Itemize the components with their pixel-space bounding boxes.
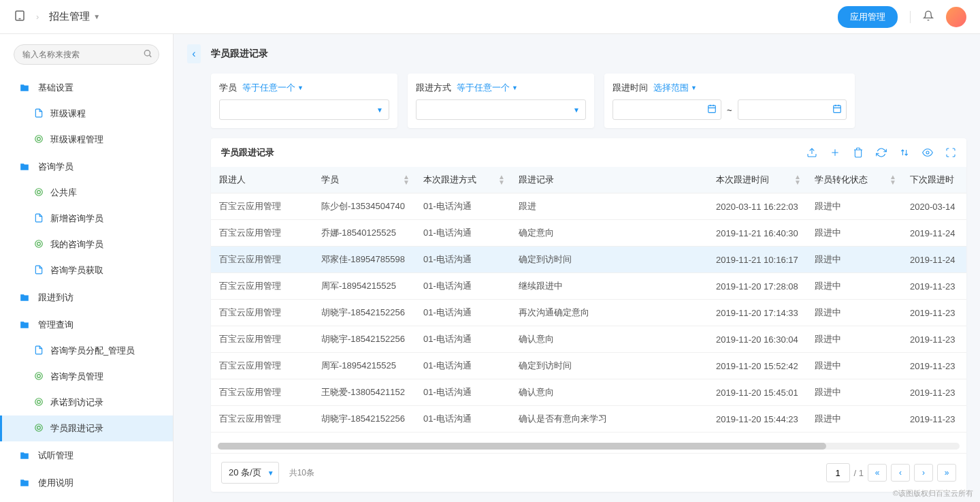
col-status[interactable]: 学员转化状态▲▼ xyxy=(806,167,902,193)
table-row[interactable]: 百宝云应用管理胡晓宇-1854215225601-电话沟通确认意向2019-11… xyxy=(211,326,966,353)
plus-icon[interactable] xyxy=(830,147,840,158)
prev-page-button[interactable]: ‹ xyxy=(891,464,910,482)
table-row[interactable]: 百宝云应用管理周军-1895421552501-电话沟通继续跟进中2019-11… xyxy=(211,273,966,300)
col-method[interactable]: 本次跟进方式▲▼ xyxy=(415,167,510,193)
filter-operator[interactable]: 等于任意一个▼ xyxy=(457,82,518,94)
col-follower[interactable]: 跟进人 xyxy=(211,167,313,193)
eye-icon[interactable] xyxy=(922,147,933,158)
table-row[interactable]: 百宝云应用管理乔娜-1854012552501-电话沟通确定意向2019-11-… xyxy=(211,220,966,247)
search-icon[interactable] xyxy=(143,49,152,61)
last-page-button[interactable]: » xyxy=(937,464,956,482)
target-icon xyxy=(34,397,44,409)
nav-folder-followup[interactable]: 跟进到访 xyxy=(0,285,173,311)
col-student[interactable]: 学员▲▼ xyxy=(313,167,415,193)
fullscreen-icon[interactable] xyxy=(945,147,956,158)
sort-icon[interactable] xyxy=(899,147,910,158)
table-cell: 2019-11-21 16:40:30 xyxy=(708,220,806,247)
svg-point-11 xyxy=(37,374,41,377)
filter-method-input[interactable]: ▼ xyxy=(416,99,586,120)
table-cell: 继续跟进中 xyxy=(510,273,708,300)
table-cell: 跟进中 xyxy=(806,300,902,326)
svg-line-3 xyxy=(150,55,152,57)
table-cell: 跟进中 xyxy=(806,379,902,406)
next-page-button[interactable]: › xyxy=(914,464,933,482)
table-cell: 百宝云应用管理 xyxy=(211,433,313,440)
table-cell: 确认是否有意向来学习 xyxy=(510,406,708,433)
export-icon[interactable] xyxy=(806,147,817,158)
svg-point-6 xyxy=(35,188,43,195)
col-time[interactable]: 本次跟进时间▲▼ xyxy=(708,167,806,193)
nav-folder-trial[interactable]: 试听管理 xyxy=(0,443,173,469)
nav-folder-consult[interactable]: 咨询学员 xyxy=(0,154,173,180)
search-input[interactable] xyxy=(14,44,159,65)
nav-folder-query[interactable]: 管理查询 xyxy=(0,312,173,338)
trash-icon[interactable] xyxy=(853,147,864,158)
page-input[interactable] xyxy=(826,463,850,482)
table-cell: 跟进 xyxy=(510,193,708,220)
nav-item-assign-admin[interactable]: 咨询学员分配_管理员 xyxy=(0,338,173,364)
filter-time: 跟进时间选择范围▼ ~ xyxy=(604,74,855,128)
filter-operator[interactable]: 等于任意一个▼ xyxy=(242,82,304,94)
table-row[interactable]: 百宝云应用管理张喜爱-1520451225201-电话沟通确定到访试听时间201… xyxy=(211,433,966,440)
table-row[interactable]: 百宝云应用管理陈少创-1353450474001-电话沟通跟进2020-03-1… xyxy=(211,193,966,220)
filter-date-from[interactable] xyxy=(612,99,721,120)
app-manage-button[interactable]: 应用管理 xyxy=(838,6,898,28)
tilde: ~ xyxy=(727,105,732,115)
tablet-icon[interactable] xyxy=(14,10,26,24)
nav-item-acquire-student[interactable]: 咨询学员获取 xyxy=(0,257,173,283)
sort-icon: ▲▼ xyxy=(403,174,410,185)
caret-down-icon: ▼ xyxy=(267,469,274,477)
horizontal-scrollbar[interactable] xyxy=(218,443,960,450)
table-cell: 确定到访时间 xyxy=(510,247,708,273)
table-cell: 2019-11-24 xyxy=(902,247,966,273)
svg-rect-20 xyxy=(833,106,840,113)
nav-folder-basic[interactable]: 基础设置 xyxy=(0,75,173,101)
nav-folder-usage[interactable]: 使用说明 xyxy=(0,470,173,496)
table-cell: 百宝云应用管理 xyxy=(211,193,313,220)
nav-item-public-pool[interactable]: 公共库 xyxy=(0,180,173,206)
nav-item-add-student[interactable]: 新增咨询学员 xyxy=(0,206,173,232)
table-cell: 01-电话沟通 xyxy=(415,379,510,406)
back-button[interactable]: ‹ xyxy=(187,44,201,63)
table-row[interactable]: 百宝云应用管理周军-1895421552501-电话沟通确定到访时间2019-1… xyxy=(211,353,966,379)
filters: 学员等于任意一个▼ ▼ 跟进方式等于任意一个▼ ▼ 跟进时间选择范围▼ ~ xyxy=(174,74,980,138)
table-row[interactable]: 百宝云应用管理邓家佳-1895478559801-电话沟通确定到访时间2019-… xyxy=(211,247,966,273)
filter-student-input[interactable]: ▼ xyxy=(219,99,389,120)
table-cell: 2020-03-11 16:22:03 xyxy=(708,193,806,220)
scrollbar-thumb[interactable] xyxy=(218,443,826,450)
caret-down-icon: ▼ xyxy=(93,13,100,20)
nav-item-visit-record[interactable]: 承诺到访记录 xyxy=(0,390,173,415)
table-row[interactable]: 百宝云应用管理王晓爱-1380542115201-电话沟通确认意向2019-11… xyxy=(211,379,966,406)
table-cell: 2019-11-23 xyxy=(902,433,966,440)
col-next[interactable]: 下次跟进时 xyxy=(902,167,966,193)
avatar[interactable] xyxy=(946,7,966,27)
caret-down-icon: ▼ xyxy=(512,84,518,91)
nav-item-class-course-mgmt[interactable]: 班级课程管理 xyxy=(0,127,173,153)
nav-item-my-students[interactable]: 我的咨询学员 xyxy=(0,232,173,257)
nav-item-followup-record[interactable]: 学员跟进记录 xyxy=(0,415,173,441)
svg-point-12 xyxy=(35,398,43,405)
svg-point-5 xyxy=(37,137,41,140)
col-record[interactable]: 跟进记录 xyxy=(510,167,708,193)
table-row[interactable]: 百宝云应用管理胡晓宇-1854215225601-电话沟通确认是否有意向来学习2… xyxy=(211,406,966,433)
nav-item-consult-mgmt[interactable]: 咨询学员管理 xyxy=(0,364,173,390)
filter-operator[interactable]: 选择范围▼ xyxy=(653,82,697,94)
target-icon xyxy=(34,371,44,383)
table-cell: 01-电话沟通 xyxy=(415,193,510,220)
target-icon xyxy=(34,187,44,199)
breadcrumb-title[interactable]: 招生管理 ▼ xyxy=(49,10,100,23)
nav-item-class-course[interactable]: 班级课程 xyxy=(0,101,173,127)
caret-down-icon: ▼ xyxy=(297,84,304,91)
table-cell: 01-电话沟通 xyxy=(415,273,510,300)
table-cell: 百宝云应用管理 xyxy=(211,273,313,300)
table-row[interactable]: 百宝云应用管理胡晓宇-1854215225601-电话沟通再次沟通确定意向201… xyxy=(211,300,966,326)
document-icon xyxy=(34,108,44,120)
table-cell: 百宝云应用管理 xyxy=(211,406,313,433)
table-cell: 2019-11-21 10:16:17 xyxy=(708,247,806,273)
refresh-icon[interactable] xyxy=(876,147,887,158)
table-cell: 再次沟通确定意向 xyxy=(510,300,708,326)
bell-icon[interactable] xyxy=(923,10,934,23)
filter-date-to[interactable] xyxy=(738,99,847,120)
page-size-select[interactable]: 20 条/页▼ xyxy=(221,462,279,484)
first-page-button[interactable]: « xyxy=(868,464,887,482)
